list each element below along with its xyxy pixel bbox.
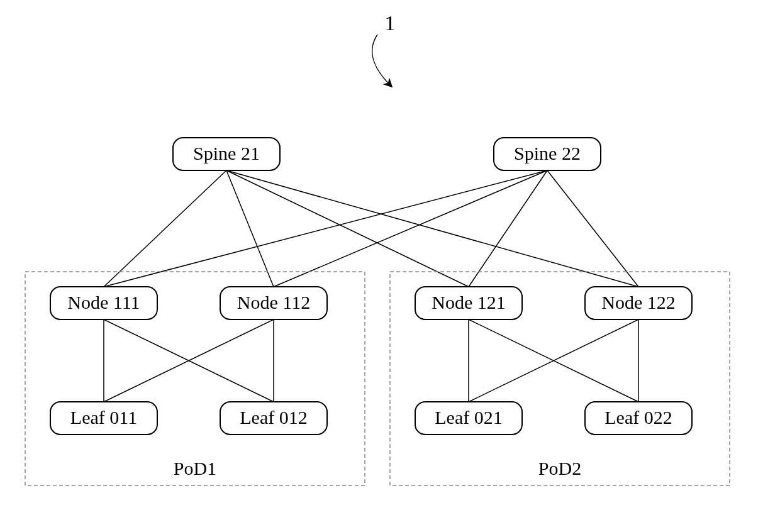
figure-label: 1: [385, 11, 396, 35]
link-spine22-node112: [274, 170, 547, 287]
link-spine22-node122: [547, 170, 638, 287]
node121-label: Node 121: [432, 292, 505, 313]
spine21-label: Spine 21: [193, 143, 260, 163]
node112-label: Node 112: [237, 292, 310, 313]
link-spine21-node111: [104, 170, 226, 287]
leaf011-label: Leaf 011: [70, 407, 137, 428]
link-spine21-node112: [226, 170, 274, 287]
pod1-label: PoD1: [174, 458, 216, 479]
figure-arrow-icon: [372, 35, 390, 85]
links-layer: [104, 170, 638, 402]
leaf012-label: Leaf 012: [240, 407, 307, 428]
network-topology-diagram: 1 PoD1PoD2 Spine 21Spine 22Node 111Node …: [0, 0, 780, 532]
leaf021-label: Leaf 021: [435, 407, 502, 428]
node111-label: Node 111: [67, 292, 140, 313]
boxes-layer: Spine 21Spine 22Node 111Node 112Leaf 011…: [50, 138, 692, 435]
node122-label: Node 122: [601, 292, 675, 313]
leaf022-label: Leaf 022: [604, 407, 672, 428]
spine22-label: Spine 22: [514, 143, 581, 163]
pod2-label: PoD2: [538, 458, 581, 479]
